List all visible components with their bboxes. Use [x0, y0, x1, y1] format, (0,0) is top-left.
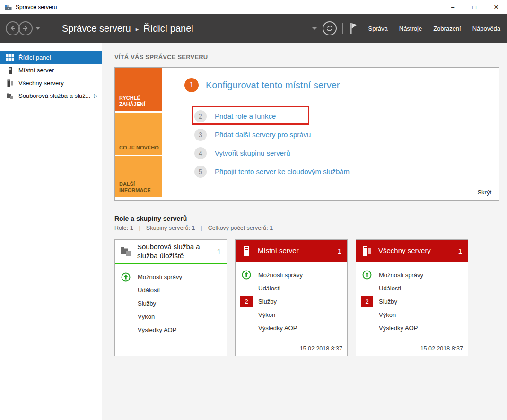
category-quick-start[interactable]: RYCHLÉ ZAHÁJENÍ — [115, 68, 162, 111]
row-performance[interactable]: Výkon — [236, 308, 347, 321]
sidebar-item-label: Všechny servery — [18, 79, 64, 87]
step-add-other-servers[interactable]: 3 Přidat další servery pro správu — [194, 125, 499, 144]
refresh-button[interactable] — [323, 21, 337, 35]
sidebar-item-local-server[interactable]: Místní server — [0, 64, 102, 77]
step-connect-cloud-services[interactable]: 5 Připojit tento server ke cloudovým slu… — [194, 162, 499, 181]
row-label: Výkon — [258, 311, 275, 318]
sidebar-item-label: Souborová služba a služ... — [18, 92, 90, 99]
menu-zobrazeni[interactable]: Zobrazení — [433, 25, 461, 32]
row-manageability[interactable]: Možnosti správy — [115, 271, 227, 284]
tile-header[interactable]: Všechny servery 1 — [356, 240, 468, 262]
server-groups-count: Skupiny serverů: 1 — [146, 225, 195, 231]
tile-count: 1 — [458, 247, 462, 255]
navbar-menu: Správa Nástroje Zobrazení Nápověda — [368, 25, 500, 32]
dashboard-grid-icon — [6, 54, 14, 61]
expand-arrow-icon[interactable]: ▷ — [94, 93, 98, 99]
services-alert-badge[interactable]: 2 — [361, 296, 373, 307]
row-events[interactable]: Události — [356, 281, 468, 295]
all-servers-icon — [6, 79, 14, 87]
hide-link[interactable]: Skrýt — [477, 189, 491, 196]
local-server-icon — [240, 245, 253, 257]
step-number: 1 — [184, 78, 199, 92]
menu-napoveda[interactable]: Nápověda — [472, 25, 500, 32]
file-storage-services-icon — [120, 246, 132, 257]
row-label: Výsledky AOP — [138, 326, 176, 333]
welcome-steps: 1 Konfigurovat tento místní server 2 Při… — [162, 68, 499, 200]
category-learn-more[interactable]: DALŠÍ INFORMACE — [115, 156, 162, 197]
file-storage-services-icon — [6, 92, 14, 100]
sidebar-item-all-servers[interactable]: Všechny servery — [0, 77, 102, 89]
row-services[interactable]: 2 Služby — [356, 295, 468, 308]
step-configure-local-server[interactable]: 1 Konfigurovat tento místní server — [184, 78, 499, 92]
row-label: Možnosti správy — [379, 271, 423, 279]
tile-header[interactable]: Místní server 1 — [236, 240, 347, 262]
tile-all-servers: Všechny servery 1 Možnosti správy — [356, 239, 468, 356]
step-add-roles-features[interactable]: 2 Přidat role a funkce — [194, 107, 499, 125]
welcome-tile: RYCHLÉ ZAHÁJENÍ CO JE NOVÉHO DALŠÍ INFOR… — [114, 67, 499, 201]
notifications-flag-icon[interactable] — [349, 22, 358, 35]
step-label[interactable]: Připojit tento server ke cloudovým služb… — [215, 167, 350, 175]
navigation-bar: Správce serveru ▸ Řídicí panel S — [0, 14, 507, 43]
forward-arrow-icon — [22, 25, 29, 32]
manageability-up-arrow-icon — [121, 272, 131, 282]
roles-counters: Role: 1 | Skupiny serverů: 1 | Celkový p… — [114, 225, 507, 231]
servers-total-count: Celkový počet serverů: 1 — [208, 225, 273, 231]
row-label: Výkon — [379, 311, 396, 318]
server-manager-app-icon — [4, 3, 12, 11]
breadcrumb: Správce serveru ▸ Řídicí panel — [62, 23, 193, 34]
step-create-server-group[interactable]: 4 Vytvořit skupinu serverů — [194, 144, 499, 162]
row-label: Události — [258, 285, 280, 292]
role-group-tiles: Souborová služba a služba úložiště 1 — [114, 239, 507, 356]
counter-separator: | — [201, 225, 202, 231]
local-server-icon — [6, 67, 14, 74]
breadcrumb-separator-icon: ▸ — [136, 25, 139, 33]
row-label: Výsledky AOP — [379, 324, 418, 332]
step-label[interactable]: Přidat role a funkce — [215, 112, 276, 120]
tile-timestamp: 15.02.2018 8:37 — [420, 345, 463, 352]
row-manageability[interactable]: Možnosti správy — [356, 268, 468, 281]
tile-timestamp: 15.02.2018 8:37 — [300, 345, 342, 352]
step-number: 4 — [194, 147, 207, 159]
breadcrumb-current[interactable]: Řídicí panel — [143, 23, 193, 34]
row-manageability[interactable]: Možnosti správy — [236, 268, 347, 281]
services-alert-badge[interactable]: 2 — [240, 296, 253, 307]
tile-title: Místní server — [258, 246, 299, 255]
row-label: Události — [138, 287, 160, 294]
row-bpa-results[interactable]: Výsledky AOP — [356, 321, 468, 334]
sidebar-item-dashboard[interactable]: Řídicí panel — [0, 51, 102, 64]
navbar-icon-cluster — [309, 21, 358, 35]
close-button[interactable]: × — [485, 0, 507, 14]
refresh-dropdown-caret-icon[interactable] — [312, 27, 317, 30]
tile-rows: Možnosti správy Události 2 Služby Vý — [356, 262, 468, 334]
step-label[interactable]: Vytvořit skupinu serverů — [215, 149, 290, 157]
menu-sprava[interactable]: Správa — [368, 25, 388, 32]
tile-header[interactable]: Souborová služba a služba úložiště 1 — [115, 240, 227, 264]
step-label[interactable]: Konfigurovat tento místní server — [206, 80, 340, 91]
maximize-button[interactable]: □ — [463, 0, 485, 14]
manageability-up-arrow-icon — [242, 270, 251, 280]
history-dropdown-caret-icon[interactable] — [35, 27, 40, 30]
row-services[interactable]: 2 Služby — [236, 295, 347, 308]
row-bpa-results[interactable]: Výsledky AOP — [236, 321, 347, 334]
sidebar-item-file-storage-services[interactable]: Souborová služba a služ... ▷ — [0, 89, 102, 102]
step-label[interactable]: Přidat další servery pro správu — [215, 131, 311, 139]
minimize-button[interactable]: − — [442, 0, 463, 14]
forward-button[interactable] — [18, 21, 33, 35]
back-button[interactable] — [6, 21, 20, 35]
welcome-header: VÍTÁ VÁS SPRÁVCE SERVERU — [114, 53, 507, 61]
category-whats-new[interactable]: CO JE NOVÉHO — [115, 113, 162, 155]
row-events[interactable]: Události — [115, 284, 227, 297]
row-performance[interactable]: Výkon — [115, 310, 227, 324]
row-performance[interactable]: Výkon — [356, 308, 468, 321]
breadcrumb-root[interactable]: Správce serveru — [62, 23, 131, 34]
counter-separator: | — [139, 225, 140, 231]
row-label: Výsledky AOP — [258, 324, 297, 332]
step-number: 2 — [194, 110, 207, 122]
tile-title: Všechny servery — [378, 246, 431, 255]
row-bpa-results[interactable]: Výsledky AOP — [115, 324, 227, 337]
row-services[interactable]: Služby — [115, 297, 227, 310]
row-events[interactable]: Události — [236, 281, 347, 295]
row-label: Služby — [379, 298, 397, 305]
back-arrow-icon — [9, 25, 17, 32]
menu-nastroje[interactable]: Nástroje — [399, 25, 422, 32]
